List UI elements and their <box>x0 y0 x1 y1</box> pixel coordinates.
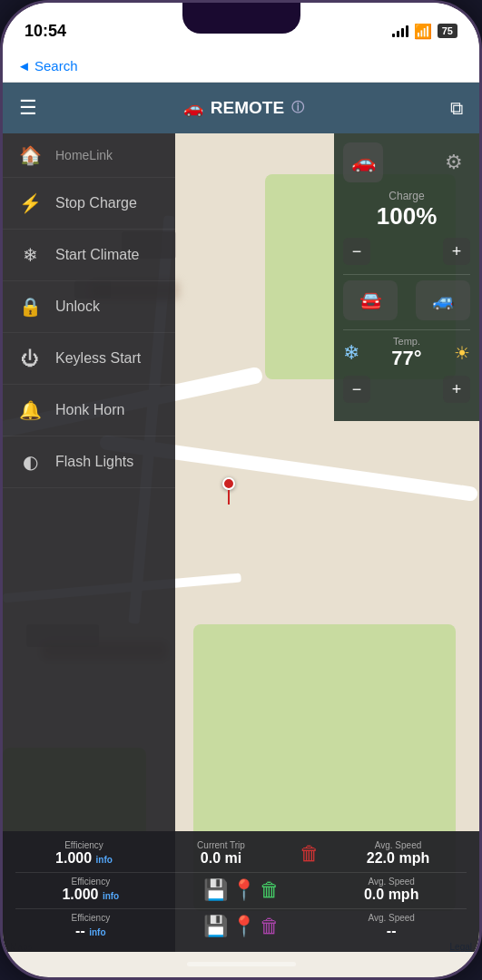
temp-minus-button[interactable]: − <box>343 376 370 403</box>
sidebar-stop-charge-label: Stop Charge <box>55 195 137 211</box>
car-side-icon[interactable]: 🚙 <box>416 280 470 320</box>
car-views-row: 🚘 🚙 <box>343 280 470 320</box>
menu-icon[interactable]: ☰ <box>19 96 37 120</box>
efficiency-value-3: -- info <box>15 923 166 939</box>
map-pin <box>222 477 235 505</box>
phone-frame: 10:54 📶 75 ◄ Search ☰ 🚗 REMOTE <box>0 0 482 980</box>
stats-row-3: Efficiency -- info 💾 📍 🗑 Avg. Speed -- <box>15 913 467 939</box>
panel-top-row: 🚗 ⚙ <box>343 142 470 182</box>
charge-minus-button[interactable]: − <box>343 238 370 265</box>
charge-minus-plus-row: − + <box>343 238 470 265</box>
status-time: 10:54 <box>25 22 66 41</box>
efficiency-info-1[interactable]: info <box>96 855 113 865</box>
efficiency-label-2: Efficiency <box>15 877 166 887</box>
info-icon[interactable]: ⓘ <box>291 100 304 116</box>
horn-icon: 🔔 <box>17 397 43 423</box>
avg-group-2: Avg. Speed 0.0 mph <box>316 877 467 903</box>
charge-label: Charge <box>343 190 470 202</box>
efficiency-info-2[interactable]: info <box>103 891 119 901</box>
green-save-icon[interactable]: 💾 <box>203 878 228 902</box>
car-front-icon[interactable]: 🚗 <box>343 142 383 182</box>
car-header-icon: 🚗 <box>183 98 203 118</box>
notch <box>182 3 300 34</box>
panel-divider-2 <box>343 329 470 330</box>
right-panel: 🚗 ⚙ Charge 100% − + 🚘 🚙 <box>334 133 479 421</box>
search-back-button[interactable]: ◄ Search <box>17 58 78 74</box>
gear-settings-icon[interactable]: ⚙ <box>438 146 470 179</box>
efficiency-label-1: Efficiency <box>15 840 152 850</box>
stats-divider-2 <box>15 908 467 909</box>
efficiency-info-3[interactable]: info <box>89 927 105 937</box>
power-icon: ⏻ <box>17 346 43 371</box>
header-title: 🚗 REMOTE ⓘ <box>183 98 304 118</box>
battery-icon: 75 <box>438 24 457 38</box>
efficiency-value-2: 1.000 info <box>15 887 166 903</box>
remote-title: REMOTE <box>211 98 284 118</box>
red-trash-icon: 🗑 <box>300 842 320 865</box>
sidebar-item-keyless-start[interactable]: ⏻ Keyless Start <box>3 333 175 385</box>
layers-icon[interactable]: ⧉ <box>450 98 463 119</box>
sun-icon: ☀ <box>454 342 470 364</box>
map-pin-circle <box>222 477 235 490</box>
map-pin-stem <box>228 490 230 505</box>
temp-center: Temp. 77° <box>391 336 421 370</box>
panel-divider-1 <box>343 274 470 275</box>
avg-label-2: Avg. Speed <box>316 877 467 887</box>
avg-label-1: Avg. Speed <box>330 840 467 850</box>
icons-group-2: 💾 📍 🗑 <box>166 878 317 902</box>
charge-plus-button[interactable]: + <box>443 238 470 265</box>
main-content: Maps Legal 🏠 HomeLink ⚡ Stop Charge ❄ St… <box>3 133 479 952</box>
signal-bar-1 <box>392 34 395 37</box>
trip-value-1: 0.0 mi <box>152 850 290 867</box>
avg-value-1: 22.0 mph <box>330 850 467 867</box>
sidebar-homelink-label: HomeLink <box>55 148 113 162</box>
signal-bar-4 <box>406 25 408 37</box>
sidebar-item-homelink[interactable]: 🏠 HomeLink <box>3 133 175 178</box>
lightning-icon: ⚡ <box>17 191 43 216</box>
lights-icon: ◐ <box>17 449 43 475</box>
sidebar-item-flash-lights[interactable]: ◐ Flash Lights <box>3 436 175 488</box>
status-icons: 📶 75 <box>392 23 457 40</box>
avg-label-3: Avg. Speed <box>316 913 467 923</box>
purple-pin-icon[interactable]: 📍 <box>231 915 256 938</box>
stats-row-2: Efficiency 1.000 info 💾 📍 🗑 Avg. Speed 0… <box>15 877 467 903</box>
icons-group-3: 💾 📍 🗑 <box>166 915 317 938</box>
sidebar: 🏠 HomeLink ⚡ Stop Charge ❄ Start Climate… <box>3 133 175 952</box>
temp-value: 77° <box>391 347 421 370</box>
sidebar-item-stop-charge[interactable]: ⚡ Stop Charge <box>3 178 175 230</box>
sidebar-item-honk-horn[interactable]: 🔔 Honk Horn <box>3 385 175 436</box>
trip-label-1: Current Trip <box>152 840 290 850</box>
efficiency-group-1: Efficiency 1.000 info <box>15 840 152 867</box>
lock-icon: 🔒 <box>17 294 43 319</box>
sidebar-item-unlock[interactable]: 🔒 Unlock <box>3 281 175 333</box>
temp-plus-button[interactable]: + <box>443 376 470 403</box>
stats-panel: Efficiency 1.000 info Current Trip 0.0 m… <box>3 831 479 952</box>
sidebar-start-climate-label: Start Climate <box>55 247 139 263</box>
avg-group-3: Avg. Speed -- <box>316 913 467 939</box>
efficiency-value-1: 1.000 info <box>15 850 152 867</box>
efficiency-group-3: Efficiency -- info <box>15 913 166 939</box>
green-pin-icon[interactable]: 📍 <box>231 878 256 902</box>
sidebar-keyless-label: Keyless Start <box>55 350 141 367</box>
sidebar-item-start-climate[interactable]: ❄ Start Climate <box>3 230 175 281</box>
avg-value-3: -- <box>316 923 467 939</box>
signal-bar-2 <box>397 31 399 37</box>
purple-save-icon[interactable]: 💾 <box>203 915 228 938</box>
green-trash-icon[interactable]: 🗑 <box>260 878 280 902</box>
charge-value: 100% <box>343 202 470 230</box>
car-rear-icon[interactable]: 🚘 <box>343 280 398 320</box>
trip-icon-1[interactable]: 🗑 <box>290 842 330 866</box>
efficiency-label-3: Efficiency <box>15 913 166 923</box>
avg-group-1: Avg. Speed 22.0 mph <box>330 840 467 867</box>
signal-bar-3 <box>401 28 404 37</box>
efficiency-group-2: Efficiency 1.000 info <box>15 877 166 903</box>
stats-divider-1 <box>15 872 467 873</box>
purple-trash-icon[interactable]: 🗑 <box>260 915 280 938</box>
sidebar-unlock-label: Unlock <box>55 299 100 315</box>
home-icon: 🏠 <box>17 142 43 168</box>
snow-icon: ❄ <box>343 341 359 365</box>
temp-section: ❄ Temp. 77° ☀ − + <box>343 336 470 403</box>
temp-label: Temp. <box>391 336 421 347</box>
temp-minus-plus-row: − + <box>343 376 470 403</box>
sidebar-flash-label: Flash Lights <box>55 454 133 470</box>
